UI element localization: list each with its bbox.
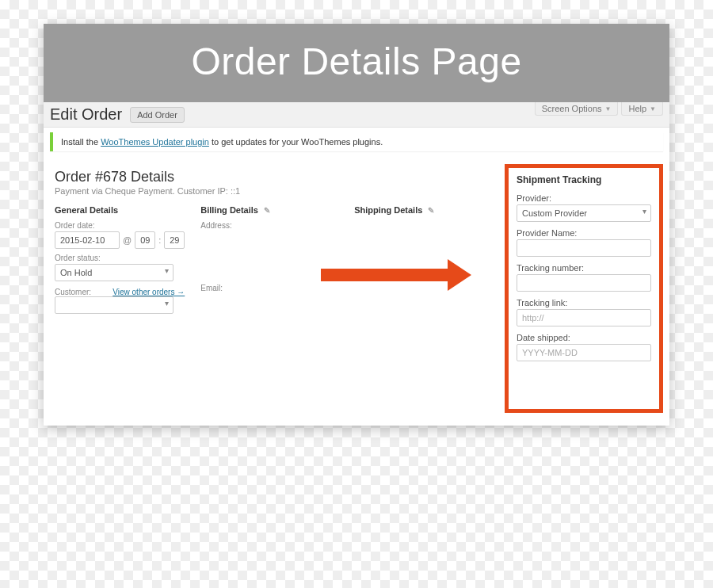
billing-address-label: Address: (200, 221, 338, 230)
provider-select[interactable]: Custom Provider (517, 204, 651, 222)
help-label: Help (628, 104, 646, 113)
pencil-icon[interactable]: ✎ (264, 206, 270, 215)
billing-email-label: Email: (200, 284, 338, 292)
order-status-select[interactable]: On Hold (55, 264, 173, 281)
provider-name-input[interactable] (517, 239, 651, 257)
order-title: Order #678 Details (55, 169, 497, 185)
customer-label: Customer: (55, 288, 91, 296)
order-date-input[interactable] (55, 231, 120, 249)
add-order-button[interactable]: Add Order (130, 107, 185, 123)
general-heading: General Details (55, 205, 185, 215)
shipment-tracking-heading: Shipment Tracking (517, 174, 651, 185)
order-main: Order #678 Details Payment via Cheque Pa… (50, 164, 497, 413)
screen-options-label: Screen Options (542, 104, 602, 113)
customer-select[interactable] (55, 296, 173, 314)
shipping-details-column: Shipping Details ✎ (354, 205, 492, 314)
tracking-number-input[interactable] (517, 274, 651, 292)
admin-notice: Install the WooThemes Updater plugin to … (50, 132, 663, 151)
general-details-column: General Details Order date: @ : Order st… (55, 205, 185, 314)
order-date-label: Order date: (55, 221, 185, 230)
chevron-down-icon: ▼ (605, 105, 612, 113)
screen-options-button[interactable]: Screen Options ▼ (535, 102, 619, 116)
notice-suffix: to get updates for your WooThemes plugin… (212, 137, 383, 147)
billing-details-column: Billing Details ✎ Address: Email: (200, 205, 338, 314)
details-columns: General Details Order date: @ : Order st… (50, 205, 497, 314)
billing-heading-text: Billing Details (200, 205, 258, 215)
billing-heading: Billing Details ✎ (200, 205, 338, 215)
view-other-orders-link[interactable]: View other orders → (112, 288, 185, 296)
at-sign: @ (123, 235, 132, 245)
screen-options-row: Screen Options ▼ Help ▼ (535, 102, 663, 116)
colon: : (158, 235, 161, 245)
page-frame: Order Details Page Edit Order Add Order … (44, 24, 669, 426)
notice-link[interactable]: WooThemes Updater plugin (101, 137, 209, 147)
pencil-icon[interactable]: ✎ (428, 206, 434, 215)
content-area: Order #678 Details Payment via Cheque Pa… (44, 156, 669, 426)
toolbar: Edit Order Add Order Screen Options ▼ He… (44, 102, 669, 128)
date-shipped-input[interactable] (517, 344, 651, 361)
date-shipped-label: Date shipped: (517, 333, 651, 342)
page-title: Edit Order (50, 105, 122, 124)
order-status-label: Order status: (55, 254, 185, 262)
shipment-tracking-panel: Shipment Tracking Provider: Custom Provi… (505, 164, 663, 413)
notice-prefix: Install the (61, 137, 101, 147)
provider-label: Provider: (517, 193, 651, 203)
shipping-heading: Shipping Details ✎ (354, 205, 492, 215)
banner: Order Details Page (44, 24, 669, 102)
order-subtitle: Payment via Cheque Payment. Customer IP:… (55, 186, 497, 196)
banner-title: Order Details Page (191, 40, 521, 82)
tracking-number-label: Tracking number: (517, 263, 651, 273)
provider-name-label: Provider Name: (517, 228, 651, 238)
chevron-down-icon: ▼ (650, 105, 656, 113)
shipping-heading-text: Shipping Details (354, 205, 422, 215)
tracking-link-input[interactable] (517, 309, 651, 326)
order-hour-input[interactable] (135, 231, 155, 249)
order-date-row: @ : (55, 231, 185, 249)
tracking-link-label: Tracking link: (517, 298, 651, 307)
order-minute-input[interactable] (164, 231, 185, 249)
help-button[interactable]: Help ▼ (621, 102, 663, 116)
